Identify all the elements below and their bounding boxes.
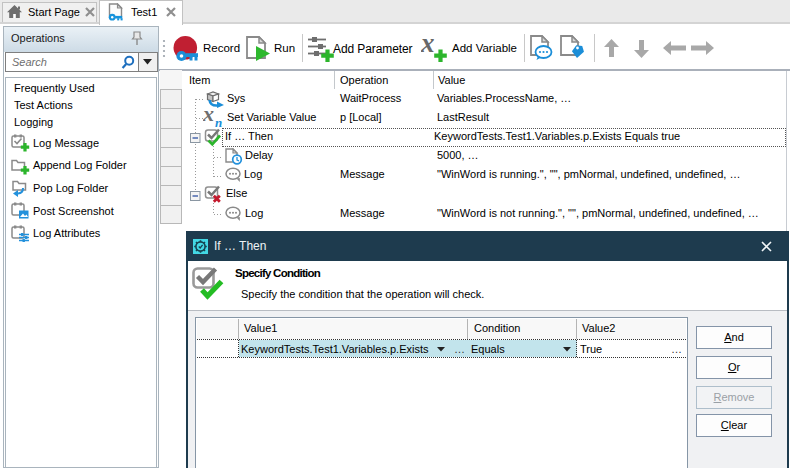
svg-text:x: x bbox=[421, 33, 435, 58]
svg-text:x: x bbox=[203, 106, 214, 126]
svg-text:n: n bbox=[215, 115, 222, 128]
